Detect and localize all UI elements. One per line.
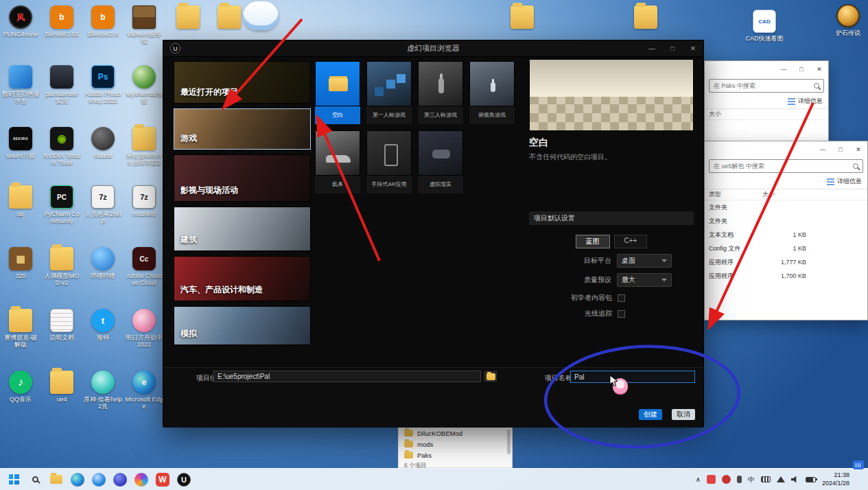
desktop-icon[interactable]: PsAdobe Photoshop 2022: [84, 65, 122, 105]
desktop-icon[interactable]: My4Nemat地图: [125, 65, 163, 105]
search-input[interactable]: [714, 163, 853, 170]
taskbar-unreal[interactable]: U: [176, 471, 192, 488]
clock[interactable]: 21:38 2024/1/28: [822, 471, 849, 487]
close-icon[interactable]: ✕: [849, 141, 867, 158]
desktop-icon[interactable]: ▦320: [1, 247, 40, 279]
target-platform-dropdown[interactable]: 桌面: [617, 254, 672, 268]
battery-icon[interactable]: [806, 477, 816, 482]
desktop-icon[interactable]: CcAdobe Creative Cloud: [125, 247, 163, 287]
maximize-icon[interactable]: □: [662, 40, 683, 57]
maximize-icon[interactable]: □: [793, 61, 810, 78]
template-tps[interactable]: 第三人称游戏: [418, 61, 463, 124]
file-row[interactable]: 文件夹: [705, 200, 867, 214]
close-icon[interactable]: ✕: [810, 61, 828, 78]
starter-content-checkbox[interactable]: [618, 294, 625, 302]
desktop-icon[interactable]: ♪QQ音乐: [1, 371, 40, 403]
desktop-icon[interactable]: [169, 5, 207, 31]
taskbar-browser-blue[interactable]: [91, 471, 107, 488]
template-fps[interactable]: 第一人称游戏: [366, 61, 412, 124]
file-row[interactable]: 应用程序1,700 KB: [705, 269, 867, 283]
size-column-header[interactable]: 大小: [762, 190, 775, 199]
tray-app-icon-1[interactable]: [707, 475, 716, 484]
desktop-icon[interactable]: 人偶模型MOD-v2: [43, 247, 81, 287]
desktop-icon[interactable]: eMicrosoft Edge: [125, 371, 163, 410]
create-button[interactable]: 创建: [639, 409, 662, 420]
template-ar[interactable]: 手持式AR应用: [366, 130, 412, 194]
touch-keyboard-badge[interactable]: [853, 460, 864, 469]
taskbar-search[interactable]: [27, 471, 43, 488]
desktop-icon[interactable]: 数码宝贝绝境求生: [1, 65, 40, 105]
explorer-window-paks[interactable]: — □ ✕ 详细信息 大小: [704, 60, 829, 141]
explorer2-search-box[interactable]: [709, 159, 863, 173]
template-topdown[interactable]: 俯视角游戏: [469, 61, 515, 124]
desktop-icon[interactable]: obj: [1, 185, 40, 218]
desktop-icon[interactable]: 赛博朋克-破解版: [1, 309, 40, 349]
desktop-icon[interactable]: 米哈游MihoYo 崩坏学园2: [125, 127, 163, 167]
desktop-icon[interactable]: bBlender2.8: [84, 5, 122, 38]
maximize-icon[interactable]: □: [832, 141, 849, 158]
tray-app-icon-2[interactable]: [722, 475, 731, 484]
size-column-header[interactable]: 大小: [709, 110, 721, 119]
taskbar-browser-dark[interactable]: [112, 471, 128, 488]
scrollbar[interactable]: [507, 430, 511, 454]
desktop-icon[interactable]: 风PUNG4mine: [1, 5, 40, 38]
network-icon[interactable]: [777, 476, 785, 482]
project-name-input[interactable]: [570, 371, 695, 383]
desktop-icon[interactable]: [242, 1, 280, 32]
desktop-icon[interactable]: [626, 5, 665, 31]
category-film[interactable]: 影视与现场活动: [174, 154, 311, 202]
hidden-icons-chevron[interactable]: ∧: [696, 476, 701, 483]
taskbar-explorer[interactable]: [48, 471, 64, 488]
category-auto[interactable]: 汽车、产品设计和制造: [174, 256, 311, 301]
desktop-icon[interactable]: 明日方舟助手2022: [125, 309, 163, 349]
desktop-icon[interactable]: SEKIROsekiro只狼: [1, 127, 40, 159]
search-input[interactable]: [714, 82, 814, 89]
file-row[interactable]: 应用程序1,777 KB: [705, 255, 867, 269]
taskbar-start[interactable]: [5, 471, 22, 488]
volume-icon[interactable]: [791, 476, 799, 484]
details-view-label[interactable]: 详细信息: [798, 97, 823, 106]
desktop-icon[interactable]: palmdeneer 实况: [43, 65, 81, 105]
desktop-icon[interactable]: t推特: [84, 309, 122, 341]
explorer1-column-header[interactable]: 大小: [705, 109, 828, 120]
desktop-icon[interactable]: bBlender2.93: [43, 5, 81, 38]
category-arch[interactable]: 建筑: [174, 207, 311, 251]
taskbar-wps[interactable]: W: [154, 471, 171, 488]
file-row[interactable]: Config 文件1 KB: [705, 242, 867, 255]
desktop-icon[interactable]: [503, 5, 541, 31]
template-vehicle[interactable]: 载具: [315, 130, 360, 194]
folder-item[interactable]: mods: [399, 439, 512, 450]
folder-item[interactable]: DilucKOBEMod: [399, 428, 512, 439]
explorer2-column-header[interactable]: 类型 大小: [705, 189, 867, 200]
desktop-icon[interactable]: 原神·绘卷help 2兆: [84, 371, 122, 410]
keyboard-icon[interactable]: [761, 476, 771, 482]
desktop-icon[interactable]: 哔哩哔哩: [84, 247, 122, 279]
project-location-input[interactable]: [213, 371, 481, 382]
desktop-icon[interactable]: Valheim服务端: [125, 5, 163, 45]
desktop-icon[interactable]: claude: [84, 127, 122, 159]
file-row[interactable]: 文件夹: [705, 214, 867, 228]
folder-item[interactable]: Paks: [399, 450, 512, 460]
quality-preset-dropdown[interactable]: 最大: [617, 273, 672, 287]
close-icon[interactable]: ✕: [683, 40, 703, 57]
cancel-button[interactable]: 取消: [672, 409, 695, 420]
desktop-icon[interactable]: ue4: [43, 371, 81, 403]
category-games[interactable]: 游戏: [174, 108, 311, 150]
desktop-icon[interactable]: 炉石传说: [829, 4, 867, 36]
template-vr[interactable]: 虚拟现实: [418, 130, 463, 194]
ime-indicator[interactable]: 中: [748, 475, 755, 485]
taskbar-edge[interactable]: [69, 471, 86, 488]
blueprint-option[interactable]: 蓝图: [576, 235, 610, 248]
desktop-icon[interactable]: 7z人员名单2help: [84, 185, 122, 225]
browse-folder-button[interactable]: [484, 371, 497, 382]
type-column-header[interactable]: 类型: [709, 190, 762, 199]
file-row[interactable]: 文本文档1 KB: [705, 228, 867, 242]
explorer1-search-box[interactable]: [709, 79, 824, 93]
taskbar-browser-color[interactable]: [133, 471, 150, 488]
minimize-icon[interactable]: —: [775, 61, 793, 78]
desktop-icon[interactable]: 7zmodhelp: [125, 185, 163, 218]
minimize-icon[interactable]: —: [642, 40, 662, 57]
cpp-option[interactable]: C++: [614, 235, 648, 248]
raytracing-checkbox[interactable]: [618, 310, 625, 318]
explorer-window-ue5unpack[interactable]: — □ ✕ 详细信息 类型 大小 文件夹文件夹文本文档1 KBConfig 文件…: [704, 141, 868, 320]
